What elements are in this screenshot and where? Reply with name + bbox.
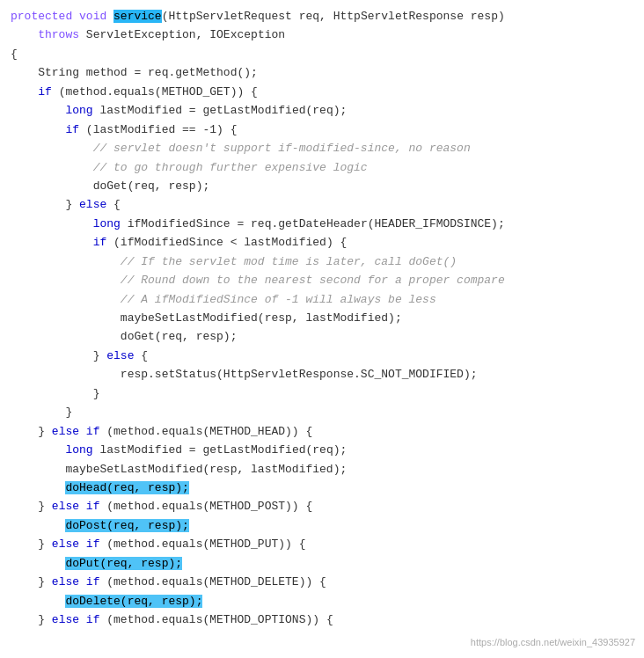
- code-line-29: } else if (method.equals(METHOD_PUT)) {: [11, 535, 633, 553]
- code-line-26: doHead(req, resp);: [11, 479, 633, 497]
- code-line-33: } else if (method.equals(METHOD_OPTIONS)…: [11, 610, 633, 629]
- code-line-3: {: [11, 45, 633, 63]
- code-line-14: // If the servlet mod time is later, cal…: [11, 252, 633, 271]
- code-line-1: protected void service(HttpServletReques…: [11, 7, 633, 26]
- code-line-32: doDelete(req, resp);: [11, 592, 633, 610]
- watermark: https://blog.csdn.net/weixin_43935927: [471, 635, 635, 651]
- code-line-18: doGet(req, resp);: [11, 327, 633, 346]
- code-line-27: } else if (method.equals(METHOD_POST)) {: [11, 497, 633, 515]
- code-line-16: // A ifModifiedSince of -1 will always b…: [11, 290, 633, 309]
- code-line-8: // servlet doesn't support if-modified-s…: [11, 139, 633, 157]
- code-line-20: resp.setStatus(HttpServletResponse.SC_NO…: [11, 365, 633, 384]
- code-line-17: maybeSetLastModified(resp, lastModified)…: [11, 309, 633, 327]
- code-line-22: }: [11, 403, 633, 421]
- code-line-6: long lastModified = getLastModified(req)…: [11, 101, 633, 120]
- code-line-9: // to go through further expensive logic: [11, 158, 633, 177]
- code-line-13: if (ifModifiedSince < lastModified) {: [11, 233, 633, 252]
- code-line-23: } else if (method.equals(METHOD_HEAD)) {: [11, 422, 633, 441]
- code-line-7: if (lastModified == -1) {: [11, 121, 633, 139]
- code-line-28: doPost(req, resp);: [11, 516, 633, 535]
- code-container: protected void service(HttpServletReques…: [0, 0, 644, 636]
- code-line-10: doGet(req, resp);: [11, 177, 633, 195]
- code-line-21: }: [11, 384, 633, 403]
- code-line-11: } else {: [11, 195, 633, 214]
- code-line-4: String method = req.getMethod();: [11, 63, 633, 82]
- code-line-24: long lastModified = getLastModified(req)…: [11, 441, 633, 459]
- code-line-25: maybeSetLastModified(resp, lastModified)…: [11, 460, 633, 479]
- code-line-2: throws ServletException, IOException: [11, 26, 633, 44]
- code-line-5: if (method.equals(METHOD_GET)) {: [11, 83, 633, 101]
- code-line-19: } else {: [11, 347, 633, 365]
- code-line-31: } else if (method.equals(METHOD_DELETE))…: [11, 573, 633, 591]
- code-line-15: // Round down to the nearest second for …: [11, 271, 633, 289]
- code-line-30: doPut(req, resp);: [11, 554, 633, 573]
- code-line-12: long ifModifiedSince = req.getDateHeader…: [11, 215, 633, 233]
